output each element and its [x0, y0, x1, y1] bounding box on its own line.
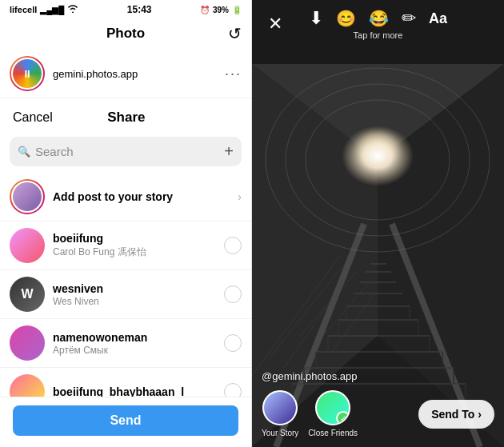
story-actions: Your Story ✓ Close Friends Send To › — [262, 390, 494, 437]
status-right: ⏰ 39% 🔋 — [200, 6, 242, 14]
user-text-wrap: namenowoneman Артём Смык — [53, 331, 224, 356]
select-radio[interactable] — [224, 237, 242, 254]
story-text-wrap: Add post to your story — [53, 190, 238, 203]
user-text-wrap: wesniven Wes Niven — [53, 282, 224, 307]
chevron-right-icon: › — [238, 190, 242, 203]
story-item-name: Add post to your story — [53, 190, 238, 203]
close-friends-badge: ✓ — [336, 411, 350, 425]
sticker-icon[interactable]: 😊 — [336, 9, 356, 28]
svg-point-6 — [342, 126, 414, 186]
send-button[interactable]: Send — [13, 405, 238, 436]
tap-for-more: ⬇ 😊 😂 ✏ Aa Tap for more — [309, 8, 447, 40]
user-fullname: Артём Смык — [53, 345, 224, 356]
user-avatar — [10, 228, 45, 263]
app-header: II gemini.photos.app ··· — [0, 50, 251, 98]
send-btn-row: Send — [0, 397, 251, 447]
signal-icon: ▂▄▆█ — [40, 6, 64, 14]
user-avatar: W — [10, 277, 45, 312]
left-panel: lifecell ▂▄▆█ 15:43 ⏰ 39% 🔋 Photo ↺ II — [0, 0, 252, 447]
search-icon: 🔍 — [18, 146, 30, 158]
add-icon[interactable]: + — [224, 142, 234, 161]
your-story-action[interactable]: Your Story — [262, 390, 298, 437]
user-fullname: Carol Bo Fung 馮保怡 — [53, 245, 224, 259]
story-bottom: @gemini.photos.app Your Story ✓ Close F — [252, 364, 504, 447]
status-left: lifecell ▂▄▆█ — [10, 5, 78, 14]
battery: 39% — [213, 6, 229, 14]
username: namenowoneman — [53, 331, 224, 344]
select-radio[interactable] — [224, 334, 242, 352]
status-time: 15:43 — [127, 4, 152, 15]
add-to-story-item[interactable]: Add post to your story › — [0, 173, 251, 222]
nav-back-button[interactable]: ↺ — [228, 24, 242, 43]
close-friends-label: Close Friends — [308, 429, 358, 437]
search-bar[interactable]: 🔍 Search + — [10, 137, 242, 166]
story-username: @gemini.photos.app — [262, 370, 494, 382]
nav-bar: Photo ↺ — [0, 18, 251, 50]
select-radio[interactable] — [224, 285, 242, 303]
battery-icon: 🔋 — [232, 6, 242, 14]
text-icon[interactable]: Aa — [429, 10, 447, 27]
more-options-icon[interactable]: ··· — [225, 66, 242, 82]
story-avatar-wrapper — [10, 179, 45, 214]
carrier: lifecell — [10, 5, 37, 14]
send-to-button[interactable]: Send To › — [418, 400, 494, 429]
status-bar: lifecell ▂▄▆█ 15:43 ⏰ 39% 🔋 — [0, 0, 251, 18]
story-action-buttons: Your Story ✓ Close Friends — [262, 390, 358, 437]
story-avatar-inner — [11, 181, 43, 213]
story-icons-row: ⬇ 😊 😂 ✏ Aa — [309, 8, 447, 29]
edit-icon[interactable]: ✏ — [402, 8, 416, 29]
right-panel: ✕ ⬇ 😊 😂 ✏ Aa Tap for more @gemini.photos… — [252, 0, 504, 447]
app-name: gemini.photos.app — [53, 68, 225, 80]
search-input[interactable]: Search — [35, 145, 224, 158]
gemini-icon: II — [13, 59, 42, 88]
app-avatar-wrapper: II — [10, 56, 45, 91]
cancel-button[interactable]: Cancel — [13, 110, 53, 125]
user-fullname: Wes Niven — [53, 296, 224, 307]
username: boeiifung — [53, 232, 224, 245]
alarm-icon: ⏰ — [200, 6, 210, 14]
list-item[interactable]: boeiifung Carol Bo Fung 馮保怡 — [0, 222, 251, 270]
download-icon[interactable]: ⬇ — [309, 8, 323, 29]
list-item[interactable]: namenowoneman Артём Смык — [0, 319, 251, 368]
share-header: Cancel Share — [0, 98, 251, 134]
story-top-bar: ✕ ⬇ 😊 😂 ✏ Aa Tap for more — [252, 0, 504, 45]
list-item[interactable]: W wesniven Wes Niven — [0, 270, 251, 319]
wifi-icon — [67, 5, 78, 14]
close-button[interactable]: ✕ — [263, 14, 287, 34]
user-text-wrap: boeiifung Carol Bo Fung 馮保怡 — [53, 232, 224, 259]
chevron-right-icon: › — [478, 408, 482, 421]
user-avatar — [10, 325, 45, 361]
tap-for-more-label: Tap for more — [354, 30, 403, 40]
nav-title: Photo — [106, 26, 145, 42]
username: wesniven — [53, 282, 224, 295]
app-avatar: II — [11, 58, 43, 90]
emoji-icon[interactable]: 😂 — [369, 9, 389, 28]
close-friends-action[interactable]: ✓ Close Friends — [308, 390, 358, 437]
close-friends-avatar: ✓ — [315, 390, 350, 425]
your-story-label: Your Story — [262, 429, 298, 437]
share-title: Share — [107, 110, 145, 126]
send-to-label: Send To — [431, 408, 474, 421]
your-story-avatar — [262, 390, 298, 425]
